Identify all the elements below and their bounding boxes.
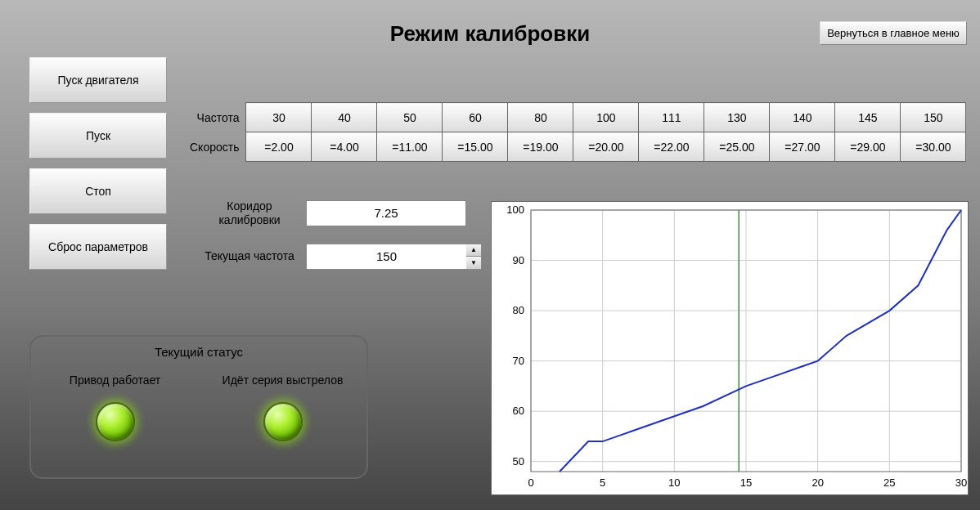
side-button-group: Пуск двигателя Пуск Стоп Сброс параметро…: [29, 57, 167, 270]
speed-row: Скорость =2.00 =4.00 =11.00 =15.00 =19.0…: [190, 132, 966, 162]
freq-cell: 150: [901, 103, 966, 132]
speed-cell: =19.00: [508, 132, 573, 162]
freq-cell: 50: [377, 103, 443, 132]
parameters-block: Коридор калибровки 7.25 Текущая частота …: [205, 199, 482, 270]
series-status-led-icon: [263, 402, 303, 441]
calibration-chart: 5060708090100051015202530: [491, 201, 969, 495]
start-engine-button[interactable]: Пуск двигателя: [29, 57, 167, 103]
svg-text:100: 100: [506, 204, 524, 216]
speed-cell: =29.00: [835, 132, 901, 162]
svg-text:80: 80: [513, 304, 524, 316]
freq-cell: 80: [508, 103, 573, 132]
corridor-input[interactable]: 7.25: [306, 200, 466, 226]
svg-text:10: 10: [668, 476, 680, 489]
speed-cell: =20.00: [573, 132, 639, 162]
drive-status-label: Привод работает: [50, 374, 181, 387]
speed-cell: =4.00: [312, 132, 377, 162]
svg-text:20: 20: [811, 476, 823, 489]
speed-cell: =15.00: [443, 132, 508, 162]
spinner-up-button[interactable]: ▲: [466, 244, 481, 257]
series-status-label: Идёт серия выстрелов: [218, 374, 348, 387]
freq-cell: 60: [443, 103, 508, 132]
drive-status-led-icon: [96, 402, 135, 441]
svg-text:30: 30: [955, 476, 967, 489]
corridor-label: Коридор калибровки: [205, 199, 294, 227]
calibration-table: Частота 30 40 50 60 80 100 111 130 140 1…: [190, 102, 966, 162]
speed-cell: =2.00: [246, 132, 312, 162]
freq-cell: 111: [639, 103, 704, 132]
speed-cell: =22.00: [639, 132, 704, 162]
stop-button[interactable]: Стоп: [29, 168, 167, 214]
freq-cell: 130: [704, 103, 770, 132]
freq-cell: 140: [770, 103, 835, 132]
current-frequency-label: Текущая частота: [205, 249, 294, 263]
start-button[interactable]: Пуск: [29, 113, 167, 159]
status-panel: Текущий статус Привод работает Идёт сери…: [29, 335, 368, 479]
freq-cell: 30: [246, 103, 312, 132]
spinner-down-button[interactable]: ▼: [466, 257, 481, 269]
freq-cell: 100: [573, 103, 639, 132]
svg-text:25: 25: [883, 476, 895, 489]
frequency-row-header: Частота: [190, 103, 246, 132]
status-panel-title: Текущий статус: [31, 345, 366, 359]
back-to-main-menu-button[interactable]: Вернуться в главное меню: [820, 21, 967, 45]
svg-text:5: 5: [600, 476, 605, 489]
frequency-row: Частота 30 40 50 60 80 100 111 130 140 1…: [190, 103, 966, 132]
speed-cell: =11.00: [377, 132, 443, 162]
svg-text:15: 15: [740, 476, 752, 489]
speed-cell: =30.00: [901, 132, 966, 162]
current-frequency-input[interactable]: 150: [306, 244, 466, 270]
reset-params-button[interactable]: Сброс параметров: [29, 224, 167, 270]
drive-status-col: Привод работает: [50, 374, 181, 441]
speed-cell: =27.00: [770, 132, 835, 162]
freq-cell: 145: [835, 103, 901, 132]
freq-cell: 40: [312, 103, 377, 132]
svg-text:70: 70: [513, 355, 524, 367]
series-status-col: Идёт серия выстрелов: [218, 374, 348, 441]
svg-text:0: 0: [528, 476, 533, 489]
speed-row-header: Скорость: [190, 132, 246, 162]
svg-text:60: 60: [513, 405, 524, 417]
speed-cell: =25.00: [704, 132, 770, 162]
svg-text:90: 90: [513, 254, 524, 266]
frequency-spinner: ▲ ▼: [466, 244, 482, 270]
svg-text:50: 50: [513, 455, 524, 468]
